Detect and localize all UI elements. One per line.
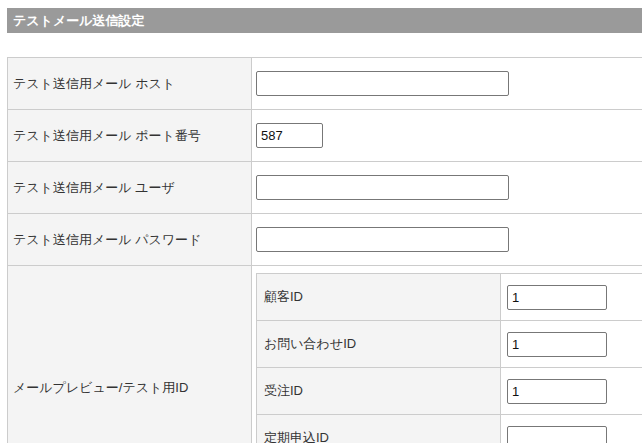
settings-table: テスト送信用メール ホスト テスト送信用メール ポート番号 テスト送信用メール … bbox=[7, 57, 642, 443]
table-row-preview-ids: メールプレビュー/テスト用ID 顧客ID お問い合わせID bbox=[8, 266, 642, 443]
table-row-port: テスト送信用メール ポート番号 bbox=[8, 110, 642, 162]
password-value-cell bbox=[252, 214, 642, 266]
order-id-label: 受注ID bbox=[257, 368, 501, 415]
customer-id-input[interactable] bbox=[507, 285, 607, 310]
inquiry-id-cell bbox=[501, 321, 642, 368]
periodic-apply-id-cell bbox=[501, 415, 642, 443]
port-value-cell bbox=[252, 110, 642, 162]
user-input[interactable] bbox=[256, 175, 509, 200]
table-row-password: テスト送信用メール パスワード bbox=[8, 214, 642, 266]
preview-id-cell: 顧客ID お問い合わせID 受注ID bbox=[252, 266, 642, 443]
table-row-customer-id: 顧客ID bbox=[257, 274, 642, 321]
table-row-order-id: 受注ID bbox=[257, 368, 642, 415]
user-value-cell bbox=[252, 162, 642, 214]
port-input[interactable] bbox=[256, 123, 323, 148]
user-label: テスト送信用メール ユーザ bbox=[8, 162, 252, 214]
order-id-cell bbox=[501, 368, 642, 415]
inquiry-id-input[interactable] bbox=[507, 332, 607, 357]
password-input[interactable] bbox=[256, 227, 509, 252]
preview-id-label: メールプレビュー/テスト用ID bbox=[8, 266, 252, 443]
table-row-periodic-id: 定期申込ID bbox=[257, 415, 642, 443]
section-title: テストメール送信設定 bbox=[13, 13, 145, 28]
password-label: テスト送信用メール パスワード bbox=[8, 214, 252, 266]
host-input[interactable] bbox=[256, 71, 509, 96]
host-label: テスト送信用メール ホスト bbox=[8, 58, 252, 110]
inquiry-id-label: お問い合わせID bbox=[257, 321, 501, 368]
table-row-inquiry-id: お問い合わせID bbox=[257, 321, 642, 368]
host-value-cell bbox=[252, 58, 642, 110]
table-row-user: テスト送信用メール ユーザ bbox=[8, 162, 642, 214]
periodic-apply-id-input[interactable] bbox=[507, 426, 607, 443]
id-table: 顧客ID お問い合わせID 受注ID bbox=[256, 273, 642, 443]
periodic-apply-id-label: 定期申込ID bbox=[257, 415, 501, 443]
port-label: テスト送信用メール ポート番号 bbox=[8, 110, 252, 162]
section-header-bar: テストメール送信設定 bbox=[7, 8, 642, 33]
customer-id-cell bbox=[501, 274, 642, 321]
order-id-input[interactable] bbox=[507, 379, 607, 404]
customer-id-label: 顧客ID bbox=[257, 274, 501, 321]
table-row-host: テスト送信用メール ホスト bbox=[8, 58, 642, 110]
